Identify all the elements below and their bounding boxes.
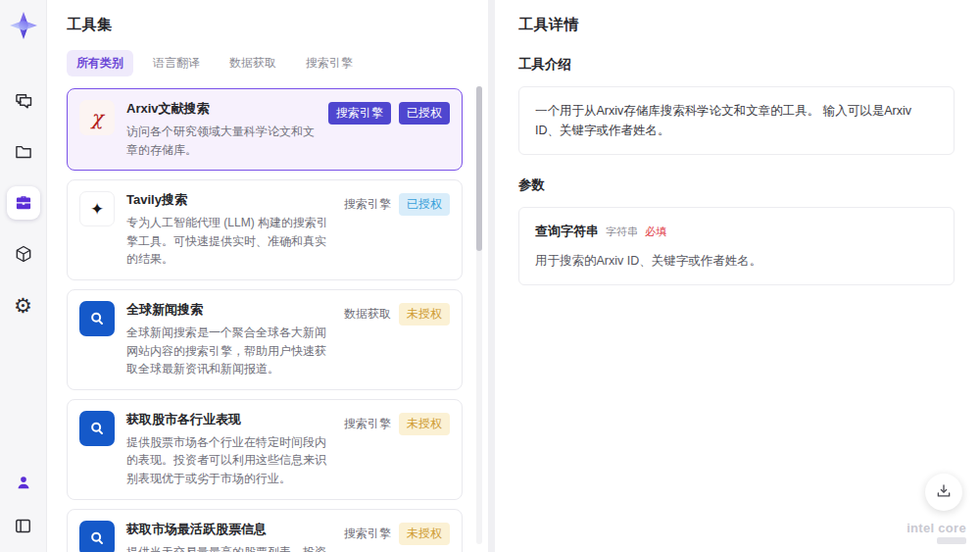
tool-status-badge: 已授权: [399, 102, 450, 125]
tool-tags: 搜索引擎 已授权: [344, 193, 450, 269]
bluesearch-tool-icon: [79, 411, 115, 446]
briefcase-icon: [14, 193, 33, 213]
tool-description: 专为人工智能代理 (LLM) 构建的搜索引擎工具。可快速提供实时、准确和真实的结…: [126, 214, 332, 269]
brand-text: intel core: [906, 521, 966, 535]
param-name: 查询字符串: [535, 222, 599, 242]
tool-tags: 搜索引擎 未授权: [344, 413, 450, 488]
brand-sub-mark: [937, 537, 966, 544]
tool-name: 获取市场最活跃股票信息: [126, 521, 332, 538]
tool-card[interactable]: χ Arxiv文献搜索 访问各个研究领域大量科学论文和文章的存储库。 搜索引擎 …: [67, 88, 463, 171]
param-box: 查询字符串 字符串 必填 用于搜索的Arxiv ID、关键字或作者姓名。: [518, 207, 955, 285]
app-window: ⚙ 工具集 所有类别语言翻译数据获取搜索引擎: [0, 0, 980, 552]
cube-icon: [14, 244, 33, 264]
download-icon: [935, 482, 953, 503]
tool-cards: χ Arxiv文献搜索 访问各个研究领域大量科学论文和文章的存储库。 搜索引擎 …: [67, 88, 463, 552]
tool-name: Tavily搜索: [126, 191, 332, 209]
tool-description: 提供股票市场各个行业在特定时间段内的表现。投资者可以利用这些信息来识别表现优于或…: [126, 433, 332, 488]
sidebar-item-settings[interactable]: ⚙: [7, 288, 40, 322]
param-required-badge: 必填: [645, 224, 666, 241]
tool-card[interactable]: 全球新闻搜索 全球新闻搜索是一个聚合全球各大新闻网站内容的搜索引擎，帮助用户快速…: [67, 289, 463, 390]
scrollbar-track[interactable]: [476, 86, 482, 544]
tool-category-tag: 搜索引擎: [344, 193, 391, 216]
tool-category-tag: 数据获取: [344, 303, 391, 326]
tool-status-badge: 未授权: [399, 413, 450, 435]
detail-title: 工具详情: [518, 16, 955, 34]
chat-icon: [14, 91, 33, 111]
page-title: 工具集: [67, 16, 463, 34]
tool-card-main: 全球新闻搜索 全球新闻搜索是一个聚合全球各大新闻网站内容的搜索引擎，帮助用户快速…: [126, 301, 332, 378]
tool-card[interactable]: 获取市场最活跃股票信息 提供当天交易量最高的股票列表。投资者可以利用这些信息来识…: [67, 509, 463, 552]
tool-tags: 搜索引擎 未授权: [344, 523, 450, 552]
tool-card-main: 获取市场最活跃股票信息 提供当天交易量最高的股票列表。投资者可以利用这些信息来识…: [126, 521, 332, 552]
sidebar-item-models[interactable]: [7, 237, 40, 271]
param-type: 字符串: [606, 224, 638, 241]
category-tab[interactable]: 搜索引擎: [296, 50, 363, 76]
tool-status-badge: 已授权: [399, 193, 450, 216]
rail-nav: ⚙: [7, 84, 40, 322]
tool-card[interactable]: ✦ Tavily搜索 专为人工智能代理 (LLM) 构建的搜索引擎工具。可快速提…: [67, 179, 463, 280]
tool-card-main: 获取股市各行业表现 提供股票市场各个行业在特定时间段内的表现。投资者可以利用这些…: [126, 411, 332, 488]
tool-tags: 数据获取 未授权: [344, 303, 450, 378]
scrollbar-thumb[interactable]: [476, 86, 482, 251]
intro-text: 一个用于从Arxiv存储库搜索科学论文和文章的工具。 输入可以是Arxiv ID…: [535, 104, 911, 137]
tool-description: 访问各个研究领域大量科学论文和文章的存储库。: [126, 123, 317, 159]
tool-description: 提供当天交易量最高的股票列表。投资者可以利用这些信息来识别流动性强的股票和潜在的…: [126, 543, 332, 552]
param-description: 用于搜索的Arxiv ID、关键字或作者姓名。: [535, 251, 938, 271]
panel-icon: [14, 517, 32, 535]
tools-list-panel: 工具集 所有类别语言翻译数据获取搜索引擎 χ Arxiv文献搜索 访问各个研究领…: [47, 0, 488, 552]
tool-tags: 搜索引擎 已授权: [328, 102, 450, 159]
category-tab[interactable]: 所有类别: [67, 50, 133, 76]
category-tab[interactable]: 语言翻译: [143, 50, 210, 76]
bluesearch-tool-icon: [79, 521, 115, 552]
user-avatar[interactable]: [7, 466, 40, 499]
tool-category-tag: 搜索引擎: [344, 413, 391, 435]
sidebar-item-chat[interactable]: [7, 84, 40, 118]
tool-name: 全球新闻搜索: [126, 301, 332, 319]
sidebar-item-files[interactable]: [7, 135, 40, 169]
left-rail: ⚙: [0, 0, 47, 552]
tool-card[interactable]: 获取股市各行业表现 提供股票市场各个行业在特定时间段内的表现。投资者可以利用这些…: [67, 399, 463, 500]
tool-description: 全球新闻搜索是一个聚合全球各大新闻网站内容的搜索引擎，帮助用户快速获取全球最新资…: [126, 324, 332, 378]
intro-heading: 工具介绍: [518, 56, 955, 74]
params-heading: 参数: [518, 176, 955, 194]
gear-icon: ⚙: [14, 295, 32, 316]
tool-status-badge: 未授权: [399, 523, 450, 545]
param-header: 查询字符串 字符串 必填: [535, 222, 938, 242]
avatar-icon: [14, 473, 33, 492]
tool-status-badge: 未授权: [399, 303, 450, 326]
tool-name: 获取股市各行业表现: [126, 411, 332, 428]
tool-card-main: Arxiv文献搜索 访问各个研究领域大量科学论文和文章的存储库。: [126, 100, 317, 159]
download-button[interactable]: [925, 474, 962, 511]
tool-detail-panel: 工具详情 工具介绍 一个用于从Arxiv存储库搜索科学论文和文章的工具。 输入可…: [495, 0, 980, 552]
arxiv-tool-icon: χ: [79, 100, 115, 135]
tool-category-tag: 搜索引擎: [328, 102, 391, 125]
intro-box: 一个用于从Arxiv存储库搜索科学论文和文章的工具。 输入可以是Arxiv ID…: [518, 86, 955, 155]
category-tab[interactable]: 数据获取: [220, 50, 286, 76]
collapse-sidebar-button[interactable]: [7, 509, 40, 542]
category-tabs: 所有类别语言翻译数据获取搜索引擎: [67, 50, 463, 76]
tool-category-tag: 搜索引擎: [344, 523, 391, 545]
rail-bottom: [7, 466, 40, 542]
intel-core-logo: intel core: [906, 521, 966, 544]
tavily-tool-icon: ✦: [79, 191, 115, 226]
sidebar-item-toolbox[interactable]: [7, 186, 40, 220]
tool-name: Arxiv文献搜索: [126, 100, 317, 118]
folder-icon: [14, 142, 33, 162]
panel-divider: [488, 0, 495, 552]
app-logo-icon: [8, 10, 39, 41]
bluesearch-tool-icon: [79, 301, 115, 336]
tool-card-main: Tavily搜索 专为人工智能代理 (LLM) 构建的搜索引擎工具。可快速提供实…: [126, 191, 332, 269]
